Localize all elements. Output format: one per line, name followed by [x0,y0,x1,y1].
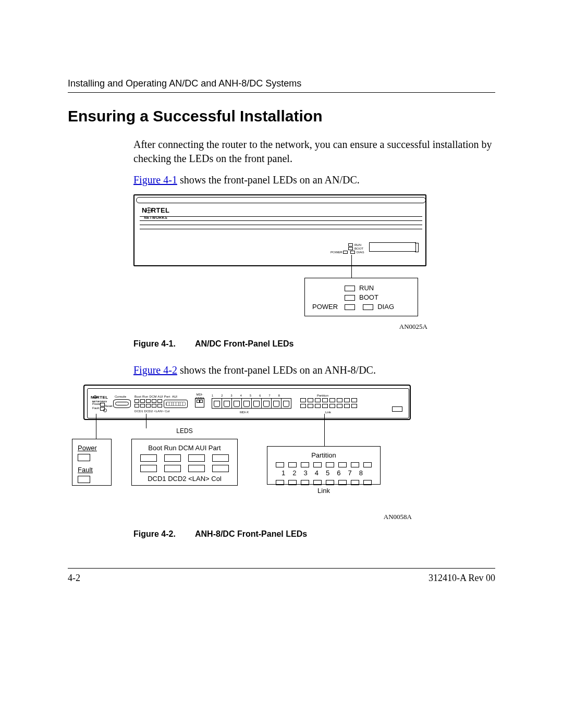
power-callout-label: Power [78,443,106,452]
figure-4-2-caption: Figure 4-2.ANH-8/DC Front-Panel LEDs [133,529,495,539]
rj45-port-row [212,398,291,409]
mdix-bar-label: MDI-X [240,411,249,414]
run-led-icon [345,286,355,291]
led-icon [140,465,157,472]
led-icon [351,462,359,467]
run-led-label: RUN [359,284,374,292]
status-leds-callout: Boot Run DCM AUI Part DCD1 DCD2 <LAN> Co… [131,439,238,486]
partition-callout-label: Partition [273,451,375,460]
led-icon [288,480,297,485]
led-icon [338,480,347,485]
led-strip-bottom-labels: DCD1 DCD2 <LAN> Col [134,410,169,413]
fig41-ref-tail: shows the front-panel LEDs on an AN/DC. [177,174,360,186]
running-header: Installing and Operating AN/DC and ANH-8… [68,78,495,93]
rj45-port-icon [231,398,242,409]
intro-paragraph: After connecting the router to the netwo… [133,138,495,166]
rj45-port-icon [241,398,252,409]
led-icon [326,462,334,467]
rj45-port-icon [251,398,262,409]
rj45-port-icon [281,398,291,409]
andc-led-callout: RUN BOOT POWER DIAG [304,278,418,316]
partition-link-led-grid-icon [300,398,357,408]
figure-4-1-caption: Figure 4-1.AN/DC Front-Panel LEDs [133,339,495,349]
led-icon [326,480,334,485]
power-led-label: POWER [312,302,345,312]
figure-4-2-link[interactable]: Figure 4-2 [133,364,177,376]
console-label: Console [115,395,126,399]
nortel-networks-logo: NRTEL NETWORKS [91,395,108,403]
link-label-tiny: Link [325,411,331,414]
led-icon [313,480,322,485]
rj45-port-icon [261,398,272,409]
port-number-labels: 12345678 [277,468,375,477]
led-icon [351,480,359,485]
callout-connector-line [96,414,96,439]
fig42-ref-tail: shows the front-panel LEDs on an ANH-8/D… [177,364,376,376]
reset-button-icon [103,409,107,412]
rj45-port-icon [212,398,222,409]
led-icon [212,465,229,472]
status-led-top-labels: Boot Run DCM AUI Part [137,443,232,452]
led-icon [164,454,181,462]
reset-label: Reset [104,404,113,408]
led-strip-top-labels: Boot Run DCM AUI Part [134,395,170,399]
aui-port-label: AUI [172,395,177,399]
section-heading: Ensuring a Successful Installation [68,107,495,125]
led-icon [164,465,181,472]
mdix-switch-icon [195,398,204,408]
leds-callout-title: LEDS [131,427,238,435]
vent-icon [392,406,402,412]
fault-callout-label: Fault [78,465,106,474]
led-icon [288,462,297,467]
callout-connector-line [146,414,146,428]
led-icon [188,465,205,472]
rj45-port-icon [271,398,282,409]
partition-link-callout: Partition 12345678 Link [267,446,381,485]
console-port-icon [113,399,131,408]
andc-led-cluster: RUN BOOT POWER DIAG [331,243,364,254]
diag-led-label: DIAG [377,303,394,311]
led-icon [188,454,205,462]
led-icon [313,462,322,467]
boot-led-icon [345,295,355,301]
status-led-bottom-labels: DCD1 DCD2 <LAN> Col [137,474,232,483]
aui-port-icon [164,400,188,408]
figure-4-1-link[interactable]: Figure 4-1 [133,174,177,186]
power-fault-callout: Power Fault [72,439,112,486]
led-icon [212,454,229,462]
led-icon [276,462,284,467]
figure-4-2: NRTEL NETWORKS Console Power Fault Reset… [83,385,412,510]
nortel-networks-logo: NRTEL NETWORKS [142,207,169,219]
diag-led-icon [363,304,373,310]
link-callout-label: Link [273,486,375,495]
figure-4-1-artcode: AN0025A [133,323,427,331]
figure-4-2-artcode: AN0058A [68,513,412,521]
power-led-icon [78,454,90,461]
fig42-reference-paragraph: Figure 4-2 shows the front-panel LEDs on… [133,363,495,377]
led-icon [338,462,347,467]
boot-led-label: BOOT [359,293,378,301]
figure-4-1: NRTEL NETWORKS RUN BOOT POWER DIAG RUN B… [133,194,427,319]
partition-label-tiny: Partition [317,394,328,398]
callout-connector-line [351,255,352,278]
led-icon [276,480,284,485]
callout-connector-line [324,414,325,446]
expansion-card-slot [369,242,416,252]
led-icon [140,454,157,462]
status-led-strip-icon [134,399,162,408]
led-icon [363,480,372,485]
led-icon [301,480,309,485]
rj45-port-numbers: 12345678 [212,394,288,397]
page-number: 4-2 [68,573,80,584]
fault-led-icon [78,476,90,483]
fig41-reference-paragraph: Figure 4-1 shows the front-panel LEDs on… [133,173,495,187]
anh8dc-hub-chassis: NRTEL NETWORKS Console Power Fault Reset… [83,385,411,420]
andc-router-chassis: NRTEL NETWORKS RUN BOOT POWER DIAG [133,194,426,266]
document-id: 312410-A Rev 00 [429,573,495,584]
page-footer: 4-2 312410-A Rev 00 [68,568,495,584]
led-icon [363,462,372,467]
power-led-icon [345,304,355,310]
fault-label-tiny: Fault [92,406,99,410]
led-icon [301,462,309,467]
rj45-port-icon [222,398,232,409]
